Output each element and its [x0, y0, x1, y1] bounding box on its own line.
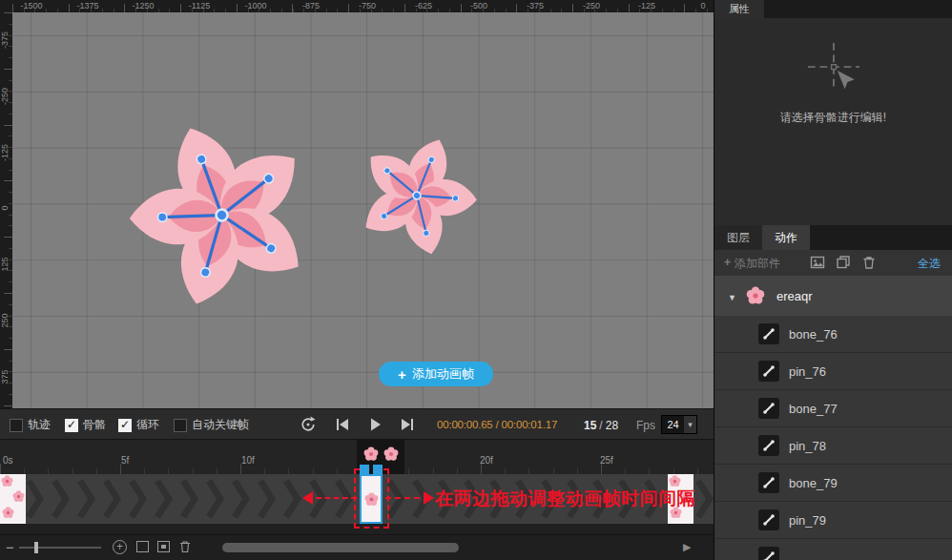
next-frame-button[interactable]	[397, 414, 418, 435]
play-button[interactable]	[364, 414, 385, 435]
checkbox-icon	[118, 419, 132, 432]
frame-current: 15	[584, 419, 596, 432]
zoom-out-icon[interactable]	[6, 539, 14, 555]
tree-row-partial[interactable]	[714, 539, 952, 560]
time-current: 00:00:00.65	[437, 419, 493, 430]
checkbox-icon	[65, 419, 78, 432]
bottom-toolbar	[0, 534, 714, 560]
ruler-label: -250	[0, 82, 11, 111]
tree-row[interactable]: pin_76	[714, 353, 952, 390]
timeline-track[interactable]: 在两边拖动调整动画帧时间间隔	[0, 474, 714, 524]
horizontal-scrollbar[interactable]	[222, 543, 459, 552]
ruler-label: -375	[527, 1, 544, 10]
fps-dropdown[interactable]: 24	[661, 415, 697, 434]
layers-toolbar: 添加部件 全选	[714, 250, 952, 276]
checkbox-label: 自动关键帧	[192, 417, 249, 433]
tree-row[interactable]: pin_78	[714, 427, 952, 465]
ruler-label: 250	[0, 306, 11, 335]
timeline-tick: 5f	[121, 455, 129, 466]
playback-toolbar: 轨迹 骨骼 循环 自动关键帧 00:00:00.65/00:00:01.17	[0, 408, 714, 439]
stage-canvas[interactable]: 添加动画帧	[12, 12, 714, 408]
prev-frame-button[interactable]	[332, 414, 353, 435]
tree-row[interactable]: bone_79	[714, 465, 952, 502]
ruler-label: -125	[638, 1, 655, 10]
snapshot-icon[interactable]	[157, 541, 170, 552]
ruler-label: 375	[0, 363, 11, 391]
timeline-tick: 20f	[480, 455, 493, 466]
tree-row-label: pin_76	[789, 364, 826, 379]
ruler-horizontal: -1500 -1375 -1250 -1125 -1000 -875 -750 …	[12, 0, 714, 12]
ruler-corner	[0, 0, 12, 12]
time-display: 00:00:00.65/00:00:01.17	[437, 419, 557, 430]
zoom-slider-handle[interactable]	[34, 542, 38, 553]
tree-row[interactable]: bone_76	[714, 316, 952, 353]
bone-icon	[758, 323, 779, 344]
checkbox-trajectory[interactable]: 轨迹	[10, 417, 51, 433]
ruler-vertical: -375 -250 -125 0 125 250 375	[0, 12, 12, 408]
fps-value: 24	[662, 419, 684, 430]
tab-properties[interactable]: 属性	[714, 0, 764, 18]
zoom-in-icon[interactable]	[113, 540, 127, 554]
ruler-label: -375	[0, 26, 11, 54]
ruler-label: 125	[0, 250, 11, 279]
properties-panel: 请选择骨骼进行编辑!	[714, 18, 952, 225]
ruler-label: -625	[415, 1, 432, 10]
ruler-label: -1250	[132, 1, 154, 10]
frame-separator: /	[599, 419, 602, 432]
scroll-right-icon[interactable]	[683, 541, 691, 553]
ruler-label: -125	[0, 138, 11, 167]
trash-icon[interactable]	[861, 255, 877, 270]
arrow-right-icon	[385, 497, 429, 499]
empty-message: 请选择骨骼进行编辑!	[780, 110, 886, 126]
checkbox-bones[interactable]: 骨骼	[65, 417, 106, 433]
add-animation-frame-button[interactable]: 添加动画帧	[379, 362, 493, 386]
tab-actions[interactable]: 动作	[762, 225, 810, 250]
keyframe-selected[interactable]	[360, 474, 383, 524]
chevron-down-icon	[684, 416, 696, 433]
ruler-label: 0	[0, 194, 11, 222]
tree-row[interactable]: pin_79	[714, 502, 952, 539]
bone-icon	[758, 361, 779, 382]
select-all-button[interactable]: 全选	[918, 256, 941, 272]
flower-sprite-left[interactable]	[91, 84, 354, 347]
copy-icon[interactable]	[836, 255, 851, 270]
bone-icon	[758, 547, 779, 560]
drag-handle-left[interactable]	[360, 465, 369, 474]
ruler-label: -500	[470, 1, 487, 10]
bone-icon	[758, 509, 779, 530]
panel-tab-strip: 图层 动作	[714, 225, 952, 250]
tree-group-row[interactable]: ereaqr	[714, 276, 952, 316]
properties-tab-strip: 属性	[714, 0, 952, 18]
flower-sprite-right[interactable]	[330, 109, 504, 282]
ruler-label: -1375	[76, 1, 98, 10]
zoom-slider[interactable]	[19, 547, 101, 549]
frame-total: 28	[606, 419, 618, 432]
drag-handle-right[interactable]	[373, 465, 383, 474]
delete-icon[interactable]	[178, 540, 192, 557]
flower-icon	[746, 286, 765, 305]
timeline-ruler[interactable]: 0s 5f 10f 20f 25f	[0, 439, 714, 474]
restart-button[interactable]	[298, 414, 319, 435]
fit-screen-icon[interactable]	[136, 541, 149, 552]
tree-row-label: bone_79	[789, 476, 838, 490]
ruler-label: -1000	[244, 1, 266, 10]
caret-down-icon[interactable]	[728, 287, 736, 304]
time-separator: /	[496, 419, 499, 430]
tree-row[interactable]: bone_77	[714, 390, 952, 427]
add-part-button[interactable]: 添加部件	[724, 256, 780, 272]
tab-layers[interactable]: 图层	[714, 225, 762, 250]
tree-row-label: bone_76	[789, 327, 838, 342]
ruler-label: -1125	[189, 1, 210, 10]
timeline-tick: 0s	[3, 455, 13, 466]
group-label: ereaqr	[776, 289, 813, 303]
checkbox-label: 轨迹	[28, 417, 51, 433]
bone-icon	[758, 435, 779, 456]
layers-tree: ereaqr bone_76 pin_76 bone_77 pin_78 bon…	[714, 276, 952, 560]
checkbox-icon	[174, 419, 187, 432]
image-icon[interactable]	[810, 255, 825, 270]
checkbox-auto-keyframe[interactable]: 自动关键帧	[174, 417, 249, 433]
checkbox-loop[interactable]: 循环	[118, 417, 159, 433]
keyframe-start[interactable]	[0, 474, 26, 524]
right-panel: 属性 请选择骨骼进行编辑! 图层 动作 添加部件	[714, 0, 952, 560]
ruler-label: -875	[302, 1, 320, 10]
